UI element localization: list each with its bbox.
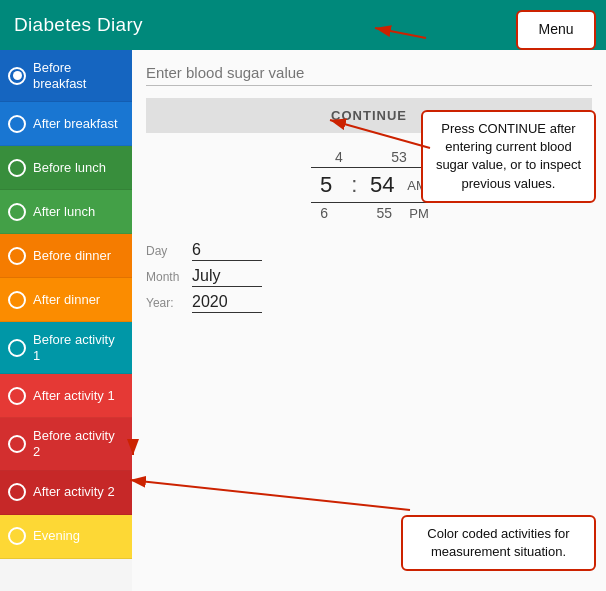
ampm-label[interactable]: AM (407, 178, 427, 193)
sidebar-item[interactable]: Before dinner (0, 234, 132, 278)
sidebar-item-label: Before activity 1 (33, 332, 124, 363)
sidebar-item-label: Before lunch (33, 160, 106, 176)
time-picker: 4 53 5 : 54 AM 6 55 PM (146, 147, 592, 223)
sidebar-item[interactable]: After lunch (0, 190, 132, 234)
sidebar-item[interactable]: After activity 1 (0, 374, 132, 418)
sidebar-item-label: After activity 1 (33, 388, 115, 404)
month-value[interactable]: July (192, 267, 262, 287)
sidebar-item[interactable]: After breakfast (0, 102, 132, 146)
sidebar-item-label: After dinner (33, 292, 100, 308)
year-value[interactable]: 2020 (192, 293, 262, 313)
radio-circle (8, 435, 26, 453)
day-row: Day 6 (146, 241, 592, 261)
selected-minute[interactable]: 54 (367, 172, 397, 198)
date-section: Day 6 Month July Year: 2020 (146, 241, 592, 319)
day-value[interactable]: 6 (192, 241, 262, 261)
day-label: Day (146, 244, 184, 258)
radio-circle (8, 159, 26, 177)
radio-circle (8, 115, 26, 133)
sidebar-item[interactable]: After dinner (0, 278, 132, 322)
prev-minute: 53 (384, 149, 414, 165)
next-hour: 6 (309, 205, 339, 221)
app-title: Diabetes Diary (14, 14, 143, 36)
radio-circle (8, 291, 26, 309)
sidebar-item[interactable]: Before activity 1 (0, 322, 132, 374)
sidebar-item[interactable]: Before breakfast (0, 50, 132, 102)
month-row: Month July (146, 267, 592, 287)
blood-sugar-input[interactable] (146, 60, 592, 86)
month-label: Month (146, 270, 184, 284)
sidebar-item[interactable]: Before activity 2 (0, 418, 132, 470)
selected-hour[interactable]: 5 (311, 172, 341, 198)
sidebar: Before breakfastAfter breakfastBefore lu… (0, 50, 132, 591)
menu-icon[interactable]: ⋮ (568, 12, 592, 38)
sidebar-item[interactable]: After activity 2 (0, 471, 132, 515)
radio-circle (8, 247, 26, 265)
time-row-prev: 4 53 (324, 147, 414, 167)
sidebar-item-label: After activity 2 (33, 484, 115, 500)
radio-circle (8, 387, 26, 405)
radio-circle (8, 483, 26, 501)
radio-circle (8, 67, 26, 85)
next-ampm: PM (409, 206, 429, 221)
prev-hour: 4 (324, 149, 354, 165)
sidebar-item-label: After breakfast (33, 116, 118, 132)
radio-circle (8, 203, 26, 221)
sidebar-item-label: Before activity 2 (33, 428, 124, 459)
next-minute: 55 (369, 205, 399, 221)
time-row-selected: 5 : 54 AM (311, 167, 427, 203)
main-layout: Before breakfastAfter breakfastBefore lu… (0, 50, 606, 591)
sidebar-item[interactable]: Before lunch (0, 146, 132, 190)
time-row-next: 6 55 PM (309, 203, 429, 223)
sidebar-item[interactable]: Evening (0, 515, 132, 559)
radio-circle (8, 527, 26, 545)
continue-button[interactable]: CONTINUE (146, 98, 592, 133)
sidebar-item-label: Before dinner (33, 248, 111, 264)
radio-circle (8, 339, 26, 357)
sidebar-item-label: Before breakfast (33, 60, 124, 91)
sidebar-item-label: After lunch (33, 204, 95, 220)
time-colon: : (351, 172, 357, 198)
right-panel: CONTINUE 4 53 5 : 54 AM 6 55 PM (132, 50, 606, 591)
app-header: Diabetes Diary ⋮ (0, 0, 606, 50)
year-row: Year: 2020 (146, 293, 592, 313)
sidebar-item-label: Evening (33, 528, 80, 544)
year-label: Year: (146, 296, 184, 310)
